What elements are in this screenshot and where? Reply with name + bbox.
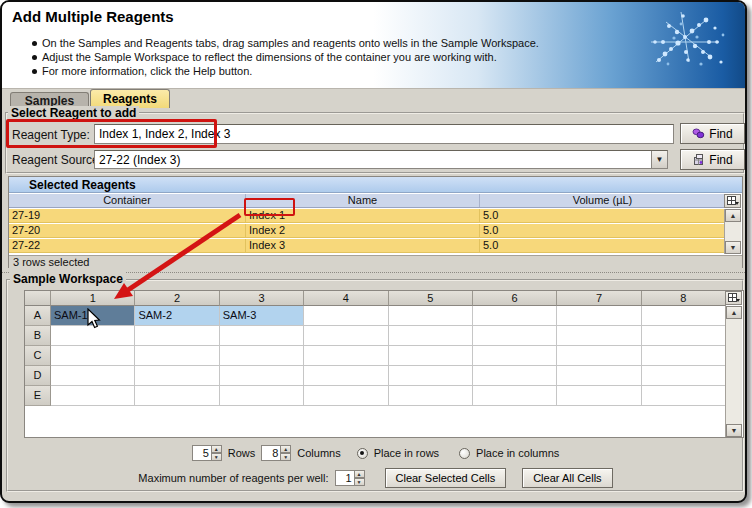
column-header-volume[interactable]: Volume (µL) bbox=[480, 194, 725, 207]
scroll-up-icon[interactable]: ▲ bbox=[726, 306, 742, 319]
spinner-down-icon[interactable]: ▼ bbox=[212, 453, 222, 461]
well-cell[interactable] bbox=[135, 366, 219, 386]
row-header-C[interactable]: C bbox=[25, 346, 51, 366]
find-reagent-type-button[interactable]: Find bbox=[680, 123, 745, 144]
chevron-down-icon[interactable]: ▼ bbox=[651, 151, 667, 168]
well-cell[interactable] bbox=[135, 326, 219, 346]
well-cell[interactable] bbox=[304, 306, 388, 326]
well-cell[interactable] bbox=[557, 386, 641, 406]
workspace-scrollbar[interactable]: ▲ ▼ bbox=[725, 306, 742, 437]
well-cell[interactable] bbox=[220, 326, 304, 346]
well-cell[interactable] bbox=[473, 306, 557, 326]
reagents-table-scrollbar[interactable]: ▲ ▼ bbox=[724, 209, 741, 254]
well-cell[interactable] bbox=[51, 346, 135, 366]
well-cell-A1[interactable]: SAM-1 bbox=[51, 306, 135, 326]
well-cell[interactable] bbox=[51, 366, 135, 386]
spinner-up-icon[interactable]: ▲ bbox=[212, 445, 222, 453]
well-cell[interactable] bbox=[51, 326, 135, 346]
reagent-source-dropdown[interactable]: 27-22 (Index 3) ▼ bbox=[94, 150, 668, 169]
well-cell[interactable] bbox=[557, 346, 641, 366]
cell-container[interactable]: 27-19 bbox=[9, 209, 246, 222]
spinner-down-icon[interactable]: ▼ bbox=[355, 478, 365, 486]
well-cell[interactable] bbox=[473, 346, 557, 366]
well-cell[interactable] bbox=[220, 366, 304, 386]
clear-selected-cells-button[interactable]: Clear Selected Cells bbox=[385, 468, 507, 488]
well-cell[interactable] bbox=[135, 386, 219, 406]
cell-volume[interactable]: 5.0 bbox=[480, 239, 725, 252]
well-cell[interactable] bbox=[220, 346, 304, 366]
clear-all-cells-button[interactable]: Clear All Cells bbox=[522, 468, 612, 488]
instruction-list: On the Samples and Reagents tabs, drag s… bbox=[32, 36, 539, 78]
columns-spinner-value[interactable]: 8 bbox=[261, 445, 281, 461]
table-row[interactable]: 27-22 Index 3 5.0 bbox=[9, 239, 725, 253]
row-header-A[interactable]: A bbox=[25, 306, 51, 326]
cell-container[interactable]: 27-22 bbox=[9, 239, 246, 252]
column-header-name[interactable]: Name bbox=[246, 194, 480, 207]
column-header-1[interactable]: 1 bbox=[51, 291, 135, 306]
scroll-down-icon[interactable]: ▼ bbox=[726, 424, 742, 437]
well-cell[interactable] bbox=[389, 306, 473, 326]
columns-spinner[interactable]: 8 ▲▼ bbox=[261, 445, 291, 461]
well-cell-A2[interactable]: SAM-2 bbox=[135, 306, 219, 326]
workspace-options-button[interactable] bbox=[725, 291, 742, 305]
well-cell[interactable] bbox=[473, 386, 557, 406]
well-cell[interactable] bbox=[389, 386, 473, 406]
place-in-rows-label[interactable]: Place in rows bbox=[374, 447, 439, 459]
well-cell[interactable] bbox=[304, 386, 388, 406]
row-header-E[interactable]: E bbox=[25, 386, 51, 406]
well-cell[interactable] bbox=[473, 326, 557, 346]
well-cell[interactable] bbox=[557, 366, 641, 386]
column-header-3[interactable]: 3 bbox=[220, 291, 304, 306]
place-in-rows-radio[interactable] bbox=[357, 448, 368, 459]
place-in-columns-radio[interactable] bbox=[459, 448, 470, 459]
cell-name[interactable]: Index 1 bbox=[246, 209, 480, 222]
well-cell[interactable] bbox=[642, 326, 726, 346]
table-options-button[interactable] bbox=[724, 194, 741, 208]
well-cell[interactable] bbox=[135, 346, 219, 366]
well-cell[interactable] bbox=[642, 386, 726, 406]
column-header-5[interactable]: 5 bbox=[389, 291, 473, 306]
column-header-4[interactable]: 4 bbox=[304, 291, 388, 306]
cell-volume[interactable]: 5.0 bbox=[480, 209, 725, 222]
rows-spinner[interactable]: 5 ▲▼ bbox=[192, 445, 222, 461]
find-reagent-source-button[interactable]: Find bbox=[680, 149, 745, 170]
table-row[interactable]: 27-19 Index 1 5.0 bbox=[9, 209, 725, 223]
well-cell[interactable] bbox=[557, 326, 641, 346]
cell-name[interactable]: Index 3 bbox=[246, 239, 480, 252]
max-reagents-value[interactable]: 1 bbox=[335, 470, 355, 486]
well-cell[interactable] bbox=[220, 386, 304, 406]
column-header-8[interactable]: 8 bbox=[642, 291, 726, 306]
spinner-down-icon[interactable]: ▼ bbox=[281, 453, 291, 461]
well-cell[interactable] bbox=[304, 346, 388, 366]
row-header-B[interactable]: B bbox=[25, 326, 51, 346]
well-cell[interactable] bbox=[304, 326, 388, 346]
column-header-7[interactable]: 7 bbox=[557, 291, 641, 306]
well-cell[interactable] bbox=[389, 366, 473, 386]
spinner-up-icon[interactable]: ▲ bbox=[355, 470, 365, 478]
well-cell[interactable] bbox=[473, 366, 557, 386]
row-header-D[interactable]: D bbox=[25, 366, 51, 386]
cell-container[interactable]: 27-20 bbox=[9, 224, 246, 237]
reagent-type-input[interactable]: Index 1, Index 2, Index 3 bbox=[94, 124, 674, 144]
well-cell[interactable] bbox=[642, 366, 726, 386]
well-cell[interactable] bbox=[389, 346, 473, 366]
well-cell[interactable] bbox=[389, 326, 473, 346]
column-header-2[interactable]: 2 bbox=[135, 291, 219, 306]
rows-spinner-value[interactable]: 5 bbox=[192, 445, 212, 461]
well-cell-A3[interactable]: SAM-3 bbox=[220, 306, 304, 326]
cell-volume[interactable]: 5.0 bbox=[480, 224, 725, 237]
well-cell[interactable] bbox=[557, 306, 641, 326]
cell-name[interactable]: Index 2 bbox=[246, 224, 480, 237]
column-header-container[interactable]: Container bbox=[9, 194, 246, 207]
place-in-columns-label[interactable]: Place in columns bbox=[476, 447, 559, 459]
spinner-up-icon[interactable]: ▲ bbox=[281, 445, 291, 453]
well-cell[interactable] bbox=[642, 306, 726, 326]
scroll-up-icon[interactable]: ▲ bbox=[725, 209, 741, 222]
well-cell[interactable] bbox=[51, 386, 135, 406]
max-reagents-spinner[interactable]: 1 ▲▼ bbox=[335, 470, 365, 486]
well-cell[interactable] bbox=[304, 366, 388, 386]
scroll-down-icon[interactable]: ▼ bbox=[725, 241, 741, 254]
column-header-6[interactable]: 6 bbox=[473, 291, 557, 306]
well-cell[interactable] bbox=[642, 346, 726, 366]
table-row[interactable]: 27-20 Index 2 5.0 bbox=[9, 224, 725, 238]
